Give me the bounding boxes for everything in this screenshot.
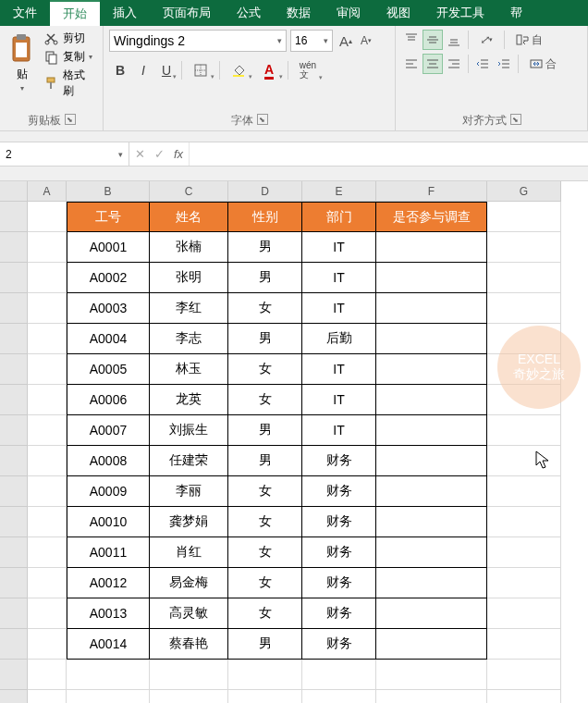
table-cell[interactable]: IT xyxy=(302,385,376,415)
table-header[interactable]: 部门 xyxy=(302,202,376,232)
table-cell[interactable]: 男 xyxy=(228,324,302,354)
col-header-G[interactable]: G xyxy=(487,181,561,202)
italic-button[interactable]: I xyxy=(132,59,154,81)
col-header-A[interactable]: A xyxy=(28,181,67,202)
table-cell[interactable]: 财务 xyxy=(302,629,376,660)
row-header[interactable] xyxy=(0,537,28,568)
table-cell[interactable]: 男 xyxy=(228,446,302,476)
table-cell[interactable]: 李红 xyxy=(150,293,228,324)
table-cell[interactable]: 任建荣 xyxy=(150,446,228,476)
phonetic-button[interactable]: wén文▾ xyxy=(292,59,324,81)
table-cell[interactable]: 肖红 xyxy=(150,537,228,568)
table-cell[interactable]: IT xyxy=(302,354,376,385)
table-cell[interactable]: 张楠 xyxy=(150,232,228,263)
table-cell[interactable] xyxy=(376,446,487,476)
tab-extra[interactable]: 帮 xyxy=(497,0,535,26)
tab-view[interactable]: 视图 xyxy=(374,0,423,26)
cut-button[interactable]: 剪切 xyxy=(43,30,97,47)
col-header-B[interactable]: B xyxy=(67,181,150,202)
table-cell[interactable]: A0010 xyxy=(67,507,150,537)
table-cell[interactable]: 高灵敏 xyxy=(150,598,228,629)
table-cell[interactable]: 张明 xyxy=(150,263,228,293)
decrease-font-button[interactable]: A▾ xyxy=(357,31,375,51)
table-cell[interactable] xyxy=(376,415,487,446)
tab-developer[interactable]: 开发工具 xyxy=(423,0,497,26)
table-cell[interactable] xyxy=(376,476,487,507)
table-cell[interactable]: 女 xyxy=(228,598,302,629)
formula-input[interactable] xyxy=(190,142,588,166)
table-cell[interactable]: 易金梅 xyxy=(150,568,228,598)
table-cell[interactable]: 男 xyxy=(228,415,302,446)
table-cell[interactable]: A0003 xyxy=(67,293,150,324)
tab-home[interactable]: 开始 xyxy=(50,0,100,26)
table-cell[interactable] xyxy=(376,629,487,660)
table-cell[interactable]: 女 xyxy=(228,385,302,415)
tab-page-layout[interactable]: 页面布局 xyxy=(150,0,224,26)
copy-button[interactable]: 复制 ▾ xyxy=(43,48,97,66)
table-cell[interactable]: 后勤 xyxy=(302,324,376,354)
underline-button[interactable]: U▾ xyxy=(155,59,178,81)
table-cell[interactable]: 蔡春艳 xyxy=(150,629,228,660)
font-color-button[interactable]: A▾ xyxy=(254,59,284,81)
table-cell[interactable]: 女 xyxy=(228,537,302,568)
table-cell[interactable]: 龙英 xyxy=(150,385,228,415)
row-header[interactable] xyxy=(0,324,28,354)
paste-button[interactable]: 贴 ▾ xyxy=(6,30,39,96)
table-cell[interactable]: A0001 xyxy=(67,232,150,263)
table-cell[interactable]: IT xyxy=(302,293,376,324)
col-header-C[interactable]: C xyxy=(150,181,228,202)
table-cell[interactable]: 女 xyxy=(228,568,302,598)
table-cell[interactable] xyxy=(376,293,487,324)
table-cell[interactable]: 刘振生 xyxy=(150,415,228,446)
table-cell[interactable]: IT xyxy=(302,263,376,293)
table-cell[interactable]: A0002 xyxy=(67,263,150,293)
table-cell[interactable]: A0006 xyxy=(67,385,150,415)
table-cell[interactable]: 财务 xyxy=(302,476,376,507)
align-center-button[interactable] xyxy=(423,54,443,74)
decrease-indent-button[interactable] xyxy=(472,54,493,74)
col-header-E[interactable]: E xyxy=(302,181,376,202)
table-cell[interactable]: 财务 xyxy=(302,446,376,476)
select-all-corner[interactable] xyxy=(0,181,28,202)
align-left-button[interactable] xyxy=(401,54,422,74)
increase-indent-button[interactable] xyxy=(494,54,514,74)
table-cell[interactable]: A0011 xyxy=(67,537,150,568)
fx-button[interactable]: fx xyxy=(174,147,183,161)
table-cell[interactable] xyxy=(376,232,487,263)
tab-insert[interactable]: 插入 xyxy=(100,0,150,26)
table-cell[interactable]: 男 xyxy=(228,629,302,660)
table-cell[interactable]: 财务 xyxy=(302,598,376,629)
table-cell[interactable]: 女 xyxy=(228,507,302,537)
row-header[interactable] xyxy=(0,293,28,324)
tab-file[interactable]: 文件 xyxy=(0,0,50,26)
row-header[interactable] xyxy=(0,446,28,476)
increase-font-button[interactable]: A▴ xyxy=(337,31,355,51)
format-painter-button[interactable]: 格式刷 xyxy=(43,67,97,100)
row-header[interactable] xyxy=(0,354,28,385)
row-header[interactable] xyxy=(0,507,28,537)
row-header[interactable] xyxy=(0,660,28,690)
table-cell[interactable] xyxy=(376,324,487,354)
table-cell[interactable]: A0014 xyxy=(67,629,150,660)
table-cell[interactable] xyxy=(376,385,487,415)
orientation-button[interactable]: ⤢▾ xyxy=(472,30,500,50)
font-dialog-launcher[interactable]: ⬊ xyxy=(257,114,268,125)
row-header[interactable] xyxy=(0,202,28,232)
spreadsheet-grid[interactable]: A B C D E F G 工号姓名性别部门是否参与调查A0001张楠男ITA0… xyxy=(0,181,588,703)
tab-formula[interactable]: 公式 xyxy=(224,0,274,26)
fill-color-button[interactable]: ▾ xyxy=(224,59,253,81)
col-header-D[interactable]: D xyxy=(228,181,302,202)
table-cell[interactable]: 财务 xyxy=(302,537,376,568)
borders-button[interactable]: ▾ xyxy=(186,59,215,81)
row-header[interactable] xyxy=(0,690,28,703)
table-cell[interactable]: 女 xyxy=(228,293,302,324)
table-cell[interactable]: 女 xyxy=(228,476,302,507)
table-cell[interactable]: 林玉 xyxy=(150,354,228,385)
table-cell[interactable]: A0008 xyxy=(67,446,150,476)
table-cell[interactable]: 女 xyxy=(228,354,302,385)
align-top-button[interactable] xyxy=(401,30,422,50)
table-cell[interactable] xyxy=(376,263,487,293)
table-cell[interactable] xyxy=(376,598,487,629)
table-cell[interactable] xyxy=(376,537,487,568)
confirm-formula-button[interactable]: ✓ xyxy=(154,147,165,161)
